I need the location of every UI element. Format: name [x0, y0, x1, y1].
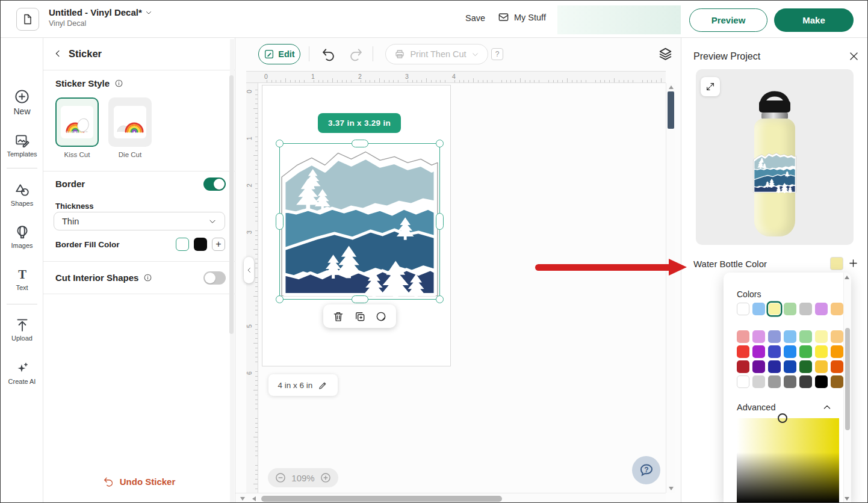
resize-handle-nw[interactable]	[276, 140, 284, 147]
color-swatch[interactable]	[737, 303, 749, 315]
scroll-down-arrow[interactable]	[240, 497, 245, 501]
color-swatch[interactable]	[737, 360, 749, 373]
sidebar-item-images[interactable]: Images	[1, 224, 43, 249]
resize-handle-e[interactable]	[436, 213, 444, 230]
chevron-down-icon[interactable]	[145, 9, 152, 16]
project-document-icon-button[interactable]	[16, 8, 39, 31]
color-swatch[interactable]	[831, 330, 843, 343]
sidebar-item-create-ai[interactable]: Create AI	[1, 360, 43, 385]
duplicate-icon[interactable]	[354, 310, 366, 322]
color-swatch[interactable]	[737, 375, 749, 388]
border-color-black-swatch[interactable]	[194, 238, 207, 251]
resize-handle-se[interactable]	[436, 295, 444, 303]
panel-collapse-handle[interactable]	[244, 257, 254, 283]
advanced-section-toggle[interactable]: Advanced	[737, 403, 832, 412]
resize-handle-ne[interactable]	[436, 140, 444, 147]
redo-button[interactable]	[349, 47, 364, 62]
trash-icon[interactable]	[332, 310, 344, 322]
help-bubble-button[interactable]: ?	[632, 456, 660, 484]
resize-handle-w[interactable]	[276, 213, 284, 230]
color-swatch[interactable]	[752, 345, 765, 358]
info-icon[interactable]	[143, 273, 152, 282]
color-swatch[interactable]	[752, 330, 765, 343]
color-swatch[interactable]	[784, 375, 796, 388]
color-swatch[interactable]	[815, 375, 828, 388]
color-swatch[interactable]	[768, 360, 781, 373]
color-swatch[interactable]	[784, 330, 796, 343]
sidebar-item-shapes[interactable]: Shapes	[1, 182, 43, 207]
color-swatch[interactable]	[815, 330, 828, 343]
color-swatch[interactable]	[784, 360, 796, 373]
color-swatch[interactable]	[737, 330, 749, 343]
color-swatch[interactable]	[737, 345, 749, 358]
scrollbar-thumb[interactable]	[845, 328, 850, 430]
scrollbar-thumb[interactable]	[261, 496, 502, 502]
add-border-color-button[interactable]: +	[212, 238, 225, 251]
color-swatch[interactable]	[815, 303, 828, 315]
sidebar-item-upload[interactable]: Upload	[1, 317, 43, 342]
mat-size-pill[interactable]: 4 in x 6 in	[268, 374, 338, 396]
color-swatch[interactable]	[768, 345, 781, 358]
layers-button[interactable]	[658, 46, 673, 61]
scroll-up-arrow[interactable]	[845, 276, 849, 279]
sidebar-item-templates[interactable]: Templates	[1, 133, 43, 158]
color-swatch[interactable]	[831, 375, 843, 388]
canvas-vertical-scrollbar[interactable]	[666, 83, 675, 493]
scrollbar-thumb[interactable]	[668, 91, 674, 129]
color-swatch[interactable]	[799, 345, 812, 358]
color-swatch[interactable]	[784, 345, 796, 358]
current-bottle-color-swatch[interactable]	[830, 257, 843, 270]
popup-scrollbar[interactable]	[843, 273, 851, 503]
selection-box[interactable]	[279, 143, 440, 300]
preview-button[interactable]: Preview	[689, 8, 767, 32]
zoom-in-icon[interactable]	[320, 472, 332, 484]
expand-preview-button[interactable]	[701, 77, 720, 96]
color-swatch[interactable]	[831, 303, 843, 315]
pencil-icon[interactable]	[318, 380, 328, 390]
info-icon[interactable]	[114, 79, 123, 88]
color-swatch[interactable]	[768, 330, 781, 343]
undo-button[interactable]	[321, 47, 336, 62]
sticker-contour-icon[interactable]	[375, 310, 387, 322]
resize-handle-n[interactable]	[352, 140, 368, 147]
color-gradient-picker[interactable]	[737, 418, 839, 503]
color-swatch[interactable]	[799, 360, 812, 373]
resize-handle-sw[interactable]	[276, 295, 284, 303]
color-swatch[interactable]	[799, 330, 812, 343]
canvas-horizontal-scrollbar[interactable]	[235, 493, 666, 503]
color-swatch[interactable]	[768, 303, 781, 315]
color-swatch[interactable]	[768, 375, 781, 388]
add-color-icon[interactable]	[848, 258, 859, 269]
style-option-die-cut[interactable]: Die Cut	[108, 97, 152, 158]
thickness-dropdown[interactable]: Thin	[54, 212, 225, 230]
help-button[interactable]: ?	[491, 48, 503, 60]
style-option-kiss-cut[interactable]: Kiss Cut	[55, 97, 99, 158]
scroll-down-arrow[interactable]	[845, 497, 849, 501]
my-stuff-button[interactable]: My Stuff	[498, 11, 546, 23]
close-icon[interactable]	[848, 51, 860, 62]
color-swatch[interactable]	[799, 303, 812, 315]
color-swatch[interactable]	[752, 375, 765, 388]
scroll-up-arrow[interactable]	[669, 85, 674, 89]
undo-sticker-button[interactable]: Undo Sticker	[103, 476, 176, 487]
color-swatch[interactable]	[815, 345, 828, 358]
scroll-down-arrow[interactable]	[669, 487, 674, 490]
color-swatch[interactable]	[752, 360, 765, 373]
scroll-left-arrow[interactable]	[252, 496, 256, 501]
make-button[interactable]: Make	[774, 8, 854, 32]
project-title[interactable]: Untitled - Vinyl Decal*	[49, 7, 142, 17]
panel-scrollbar[interactable]	[230, 39, 234, 502]
border-color-white-swatch[interactable]	[176, 238, 189, 251]
sidebar-item-new[interactable]: New	[1, 88, 43, 116]
color-swatch[interactable]	[815, 360, 828, 373]
border-toggle[interactable]	[203, 177, 226, 191]
zoom-out-icon[interactable]	[274, 472, 287, 484]
gradient-marker[interactable]	[778, 413, 787, 423]
color-swatch[interactable]	[752, 303, 765, 315]
color-swatch[interactable]	[799, 375, 812, 388]
save-button[interactable]: Save	[465, 13, 485, 23]
color-swatch[interactable]	[831, 360, 843, 373]
color-swatch[interactable]	[831, 345, 843, 358]
color-swatch[interactable]	[784, 303, 796, 315]
print-then-cut-dropdown[interactable]: Print Then Cut	[385, 44, 488, 64]
